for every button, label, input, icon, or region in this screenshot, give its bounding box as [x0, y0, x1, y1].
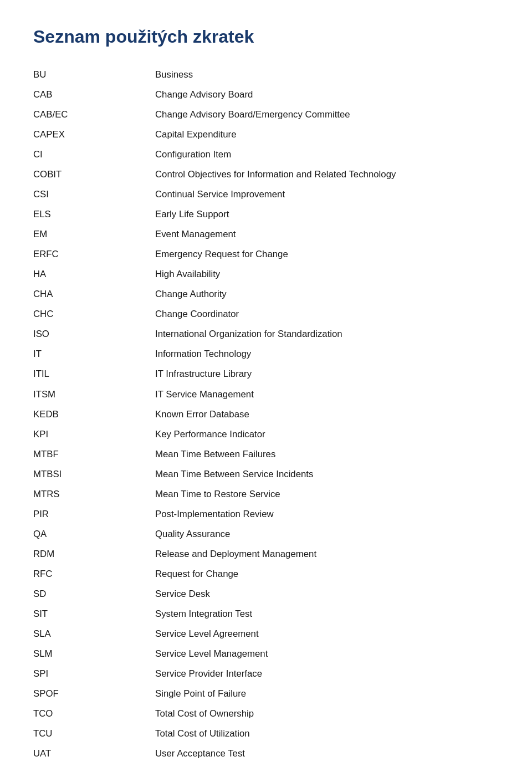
definition-cell: Service Level Agreement	[155, 624, 499, 644]
definition-cell: Configuration Item	[155, 145, 499, 165]
definition-cell: IT Service Management	[155, 385, 499, 405]
table-row: QAQuality Assurance	[33, 524, 499, 544]
definition-cell: Service Provider Interface	[155, 664, 499, 684]
table-row: RFCRequest for Change	[33, 564, 499, 584]
acronym-list: BUBusinessCABChange Advisory BoardCAB/EC…	[33, 65, 499, 764]
abbreviation-cell: PIR	[33, 504, 155, 524]
abbreviation-cell: BU	[33, 65, 155, 85]
definition-cell: Mean Time Between Service Incidents	[155, 464, 499, 484]
abbreviation-cell: COBIT	[33, 165, 155, 185]
definition-cell: Mean Time Between Failures	[155, 444, 499, 464]
abbreviation-cell: ITIL	[33, 364, 155, 384]
page-title: Seznam použitých zkratek	[33, 27, 499, 47]
table-row: CSIContinual Service Improvement	[33, 185, 499, 205]
definition-cell: System Integration Test	[155, 604, 499, 624]
definition-cell: High Availability	[155, 264, 499, 284]
definition-cell: Quality Assurance	[155, 524, 499, 544]
definition-cell: Mean Time to Restore Service	[155, 484, 499, 504]
abbreviation-cell: RFC	[33, 564, 155, 584]
definition-cell: User Acceptance Test	[155, 744, 499, 764]
definition-cell: Continual Service Improvement	[155, 185, 499, 205]
definition-cell: Post-Implementation Review	[155, 504, 499, 524]
table-row: SLMService Level Management	[33, 644, 499, 664]
table-row: CAB/ECChange Advisory Board/Emergency Co…	[33, 105, 499, 125]
abbreviation-cell: SPOF	[33, 684, 155, 704]
table-row: CHCChange Coordinator	[33, 304, 499, 324]
abbreviation-cell: KEDB	[33, 405, 155, 425]
definition-cell: Information Technology	[155, 344, 499, 364]
definition-cell: Service Level Management	[155, 644, 499, 664]
definition-cell: Change Authority	[155, 284, 499, 304]
abbreviation-cell: EM	[33, 224, 155, 244]
definition-cell: Control Objectives for Information and R…	[155, 165, 499, 185]
abbreviation-cell: SPI	[33, 664, 155, 684]
abbreviation-cell: SLM	[33, 644, 155, 664]
definition-cell: Business	[155, 65, 499, 85]
abbreviation-cell: CSI	[33, 185, 155, 205]
definition-cell: Change Advisory Board	[155, 85, 499, 105]
table-row: SDService Desk	[33, 584, 499, 604]
table-row: SLAService Level Agreement	[33, 624, 499, 644]
abbreviation-cell: CAB	[33, 85, 155, 105]
table-row: MTRSMean Time to Restore Service	[33, 484, 499, 504]
definition-cell: International Organization for Standardi…	[155, 324, 499, 344]
definition-cell: Request for Change	[155, 564, 499, 584]
table-row: CIConfiguration Item	[33, 145, 499, 165]
definition-cell: Single Point of Failure	[155, 684, 499, 704]
abbreviation-cell: SIT	[33, 604, 155, 624]
table-row: BUBusiness	[33, 65, 499, 85]
abbreviation-cell: CAB/EC	[33, 105, 155, 125]
table-row: MTBSIMean Time Between Service Incidents	[33, 464, 499, 484]
abbreviation-cell: SD	[33, 584, 155, 604]
table-row: ITILIT Infrastructure Library	[33, 364, 499, 384]
abbreviation-cell: UAT	[33, 744, 155, 764]
abbreviation-cell: MTBSI	[33, 464, 155, 484]
abbreviation-cell: CHA	[33, 284, 155, 304]
definition-cell: Key Performance Indicator	[155, 425, 499, 444]
abbreviation-cell: SLA	[33, 624, 155, 644]
definition-cell: Event Management	[155, 224, 499, 244]
definition-cell: Release and Deployment Management	[155, 544, 499, 564]
abbreviation-cell: QA	[33, 524, 155, 544]
table-row: SPIService Provider Interface	[33, 664, 499, 684]
table-row: RDMRelease and Deployment Management	[33, 544, 499, 564]
table-row: ELSEarly Life Support	[33, 205, 499, 224]
abbreviation-cell: RDM	[33, 544, 155, 564]
abbreviation-cell: TCO	[33, 704, 155, 724]
abbreviation-cell: MTRS	[33, 484, 155, 504]
table-row: ITSMIT Service Management	[33, 385, 499, 405]
table-row: KPIKey Performance Indicator	[33, 425, 499, 444]
table-row: KEDBKnown Error Database	[33, 405, 499, 425]
abbreviation-cell: ELS	[33, 205, 155, 224]
definition-cell: Change Advisory Board/Emergency Committe…	[155, 105, 499, 125]
table-row: UATUser Acceptance Test	[33, 744, 499, 764]
abbreviation-cell: CI	[33, 145, 155, 165]
definition-cell: Service Desk	[155, 584, 499, 604]
table-row: TCUTotal Cost of Utilization	[33, 724, 499, 744]
abbreviation-cell: CHC	[33, 304, 155, 324]
table-row: SPOFSingle Point of Failure	[33, 684, 499, 704]
table-row: ITInformation Technology	[33, 344, 499, 364]
abbreviation-cell: CAPEX	[33, 125, 155, 145]
definition-cell: Known Error Database	[155, 405, 499, 425]
definition-cell: Early Life Support	[155, 205, 499, 224]
abbreviation-cell: MTBF	[33, 444, 155, 464]
table-row: COBITControl Objectives for Information …	[33, 165, 499, 185]
table-row: CAPEXCapital Expenditure	[33, 125, 499, 145]
table-row: MTBFMean Time Between Failures	[33, 444, 499, 464]
table-row: PIRPost-Implementation Review	[33, 504, 499, 524]
table-row: HAHigh Availability	[33, 264, 499, 284]
table-row: CHAChange Authority	[33, 284, 499, 304]
definition-cell: Change Coordinator	[155, 304, 499, 324]
table-row: CABChange Advisory Board	[33, 85, 499, 105]
abbreviation-cell: TCU	[33, 724, 155, 744]
table-row: EMEvent Management	[33, 224, 499, 244]
abbreviation-cell: HA	[33, 264, 155, 284]
table-row: ERFCEmergency Request for Change	[33, 244, 499, 264]
table-row: SITSystem Integration Test	[33, 604, 499, 624]
definition-cell: Capital Expenditure	[155, 125, 499, 145]
table-row: ISOInternational Organization for Standa…	[33, 324, 499, 344]
abbreviation-cell: ITSM	[33, 385, 155, 405]
definition-cell: IT Infrastructure Library	[155, 364, 499, 384]
definition-cell: Emergency Request for Change	[155, 244, 499, 264]
